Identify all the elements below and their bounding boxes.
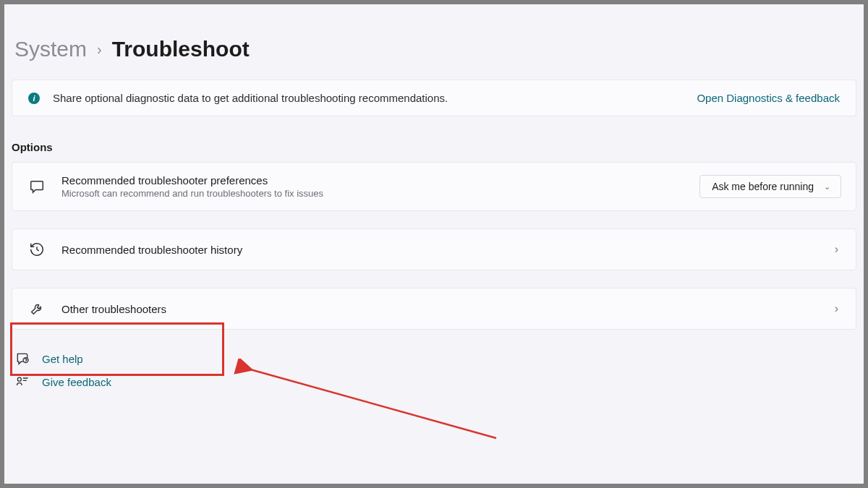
row-text: Other troubleshooters [61,303,819,315]
footer-link-label: Give feedback [42,376,111,388]
row-text: Recommended troubleshooter preferences M… [61,174,684,199]
open-diagnostics-link[interactable]: Open Diagnostics & feedback [697,92,840,104]
row-other-troubleshooters[interactable]: Other troubleshooters › [12,288,856,330]
give-feedback-link[interactable]: Give feedback [14,374,856,389]
get-help-link[interactable]: Get help [14,351,856,366]
banner-text: Share optional diagnostic data to get ad… [53,92,684,104]
settings-window: System › Troubleshoot i Share optional d… [4,4,864,484]
dropdown-value: Ask me before running [712,181,814,192]
page-title: Troubleshoot [112,37,250,61]
history-icon [28,241,46,258]
help-icon [14,351,30,366]
row-troubleshooter-preferences: Recommended troubleshooter preferences M… [12,162,856,211]
preferences-dropdown[interactable]: Ask me before running ⌄ [699,175,841,198]
row-title: Recommended troubleshooter preferences [61,174,684,187]
content-area: System › Troubleshoot i Share optional d… [4,4,864,389]
row-title: Recommended troubleshooter history [61,244,819,256]
breadcrumb: System › Troubleshoot [12,12,856,80]
breadcrumb-parent[interactable]: System [14,37,87,61]
info-icon: i [28,93,40,104]
speech-bubble-icon [28,178,46,195]
chevron-down-icon: ⌄ [824,182,830,192]
chevron-right-icon: › [835,243,841,256]
svg-point-1 [25,361,26,362]
row-subtitle: Microsoft can recommend and run troubles… [61,188,684,199]
row-text: Recommended troubleshooter history [61,244,819,256]
wrench-icon [28,300,46,317]
row-troubleshooter-history[interactable]: Recommended troubleshooter history › [12,228,856,270]
svg-point-2 [17,377,21,381]
feedback-icon [14,374,30,389]
chevron-right-icon: › [835,302,841,315]
footer-links: Get help Give feedback [12,351,856,389]
chevron-right-icon: › [97,41,102,58]
options-section-label: Options [12,141,856,153]
diagnostics-banner: i Share optional diagnostic data to get … [12,80,856,116]
row-title: Other troubleshooters [61,303,819,315]
footer-link-label: Get help [42,353,83,365]
